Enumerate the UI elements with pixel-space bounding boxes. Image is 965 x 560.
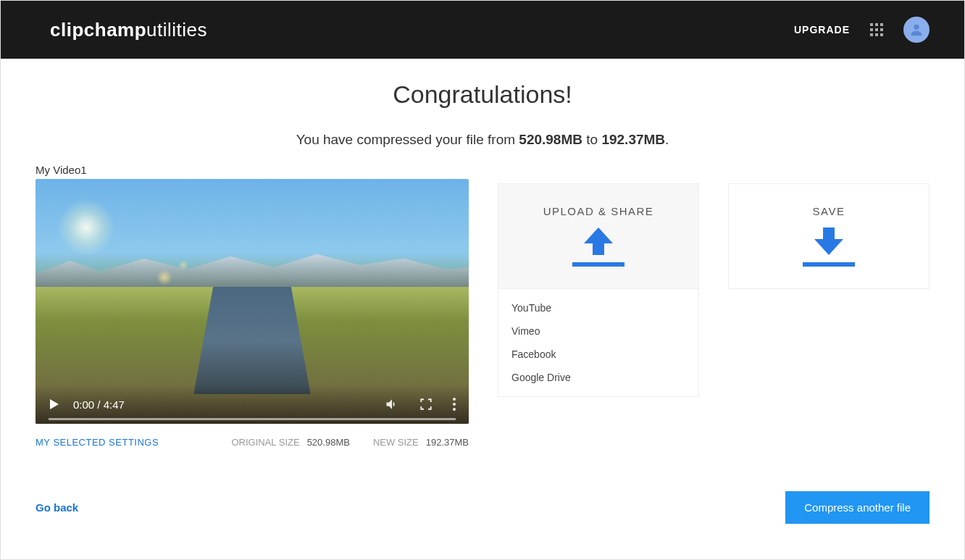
upgrade-button[interactable]: UPGRADE	[794, 24, 850, 35]
play-icon	[49, 398, 60, 410]
app-header: clipchamputilities UPGRADE	[1, 1, 964, 59]
share-options-list: YouTube Vimeo Facebook Google Drive	[498, 289, 699, 397]
summary-mid: to	[582, 132, 601, 147]
video-progress-bar[interactable]	[49, 418, 456, 420]
more-options-button[interactable]	[453, 398, 456, 411]
video-meta-row: MY SELECTED SETTINGS ORIGINAL SIZE 520.9…	[35, 437, 469, 448]
fullscreen-button[interactable]	[419, 398, 433, 411]
actions-column: UPLOAD & SHARE YouTube Vimeo Facebook Go…	[498, 164, 930, 397]
summary-prefix: You have compressed your file from	[296, 132, 519, 147]
upload-share-card[interactable]: UPLOAD & SHARE	[498, 183, 699, 289]
apps-grid-icon[interactable]	[870, 23, 883, 36]
upload-card-title: UPLOAD & SHARE	[543, 205, 654, 217]
content-row: My Video1 0:00 / 4:47	[35, 164, 930, 448]
new-size-label: NEW SIZE	[373, 437, 419, 448]
share-option-facebook[interactable]: Facebook	[498, 343, 698, 366]
upload-card-column: UPLOAD & SHARE YouTube Vimeo Facebook Go…	[498, 183, 699, 397]
download-icon	[803, 227, 855, 268]
svg-point-4	[453, 408, 456, 411]
volume-button[interactable]	[385, 397, 399, 411]
user-icon	[908, 22, 924, 38]
kebab-icon	[453, 398, 456, 411]
svg-point-0	[914, 25, 919, 30]
svg-rect-6	[572, 262, 624, 267]
header-right: UPGRADE	[794, 17, 930, 43]
upload-icon	[572, 227, 624, 268]
save-card-column: SAVE	[728, 183, 930, 397]
svg-point-2	[453, 398, 456, 401]
fullscreen-icon	[419, 398, 433, 411]
logo-light: utilities	[146, 19, 207, 41]
share-option-youtube[interactable]: YouTube	[498, 296, 698, 319]
svg-marker-7	[814, 227, 843, 255]
video-time-display: 0:00 / 4:47	[73, 398, 125, 411]
video-player[interactable]: 0:00 / 4:47	[35, 179, 469, 424]
original-size-value: 520.98MB	[307, 437, 350, 448]
compress-another-button[interactable]: Compress another file	[785, 491, 930, 524]
go-back-link[interactable]: Go back	[35, 501, 78, 514]
bottom-actions: Go back Compress another file	[35, 491, 930, 524]
play-button[interactable]	[49, 398, 60, 410]
svg-marker-5	[584, 227, 613, 255]
share-option-google-drive[interactable]: Google Drive	[498, 366, 698, 389]
selected-settings-link[interactable]: MY SELECTED SETTINGS	[35, 437, 159, 448]
summary-suffix: .	[665, 132, 669, 147]
share-option-vimeo[interactable]: Vimeo	[498, 319, 698, 343]
svg-rect-8	[803, 262, 855, 267]
video-column: My Video1 0:00 / 4:47	[35, 164, 469, 448]
summary-new-size: 192.37MB	[601, 132, 665, 147]
volume-icon	[385, 397, 399, 411]
new-size-value: 192.37MB	[426, 437, 469, 448]
avatar[interactable]	[903, 17, 930, 43]
svg-point-3	[453, 403, 456, 406]
video-controls: 0:00 / 4:47	[35, 385, 469, 424]
save-card[interactable]: SAVE	[728, 183, 930, 289]
result-summary: You have compressed your file from 520.9…	[35, 132, 930, 148]
page-title: Congratulations!	[35, 80, 930, 109]
svg-marker-1	[50, 399, 59, 409]
save-card-title: SAVE	[813, 205, 845, 217]
brand-logo: clipchamputilities	[50, 19, 207, 41]
video-filename: My Video1	[35, 164, 469, 176]
main-content: Congratulations! You have compressed you…	[1, 59, 964, 524]
summary-original-size: 520.98MB	[519, 132, 582, 147]
logo-bold: clipchamp	[50, 19, 146, 41]
original-size-label: ORIGINAL SIZE	[231, 437, 299, 448]
